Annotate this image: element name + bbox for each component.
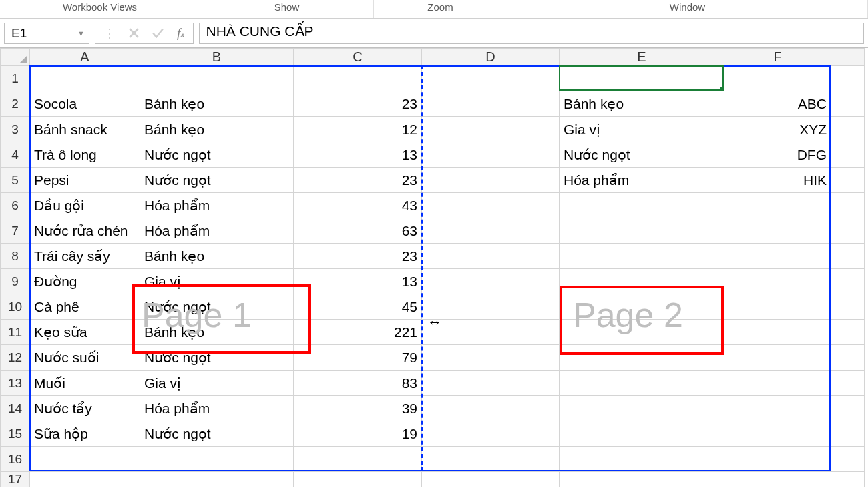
cell[interactable]: Bánh kẹo <box>140 117 294 142</box>
cell[interactable]: Bánh kẹo <box>140 320 294 345</box>
cell[interactable] <box>422 244 560 269</box>
cell[interactable]: 13 <box>294 142 422 168</box>
cell[interactable]: Đường <box>30 269 140 294</box>
col-header-A[interactable]: A <box>30 49 140 66</box>
row-header[interactable]: 8 <box>1 244 30 269</box>
cell[interactable] <box>831 472 865 487</box>
cell[interactable]: 45 <box>294 294 422 320</box>
cell[interactable] <box>422 66 560 91</box>
table-row[interactable]: 8Trái cây sấyBánh kẹo23 <box>1 244 865 269</box>
cell[interactable]: Nước ngọt <box>140 168 294 193</box>
cell[interactable]: HÃNG <box>724 66 831 91</box>
cell[interactable] <box>30 447 140 472</box>
cell[interactable] <box>140 447 294 472</box>
cell[interactable]: Trà ô long <box>30 142 140 168</box>
cell[interactable] <box>422 294 560 320</box>
cell[interactable] <box>831 244 865 269</box>
cell[interactable] <box>724 320 831 345</box>
cell[interactable]: Sữa hộp <box>30 421 140 447</box>
row-header[interactable]: 10 <box>1 294 30 320</box>
cell[interactable] <box>560 396 724 421</box>
cell[interactable] <box>724 421 831 447</box>
table-row[interactable]: 15Sữa hộpNước ngọt19 <box>1 421 865 447</box>
cell[interactable]: NHÀ CUNG CẤP <box>140 66 294 91</box>
cell[interactable] <box>422 320 560 345</box>
table-row[interactable]: 11Kẹo sữaBánh kẹo221 <box>1 320 865 345</box>
cell[interactable]: 23 <box>294 91 422 117</box>
cell[interactable]: 43 <box>294 193 422 218</box>
cell[interactable] <box>724 294 831 320</box>
cell[interactable] <box>724 193 831 218</box>
cell[interactable]: Gia vị <box>140 371 294 396</box>
cell[interactable]: 13 <box>294 269 422 294</box>
cell[interactable]: NHÀ CUNG CẤP <box>560 66 724 91</box>
cell[interactable] <box>560 218 724 244</box>
cell[interactable] <box>724 371 831 396</box>
cell[interactable] <box>831 447 865 472</box>
cell[interactable]: Bánh kẹo <box>140 91 294 117</box>
cell[interactable] <box>831 218 865 244</box>
cell[interactable]: Nước rửa chén <box>30 218 140 244</box>
table-row[interactable]: 16 <box>1 447 865 472</box>
cell[interactable]: Bánh kẹo <box>140 244 294 269</box>
row-header[interactable]: 6 <box>1 193 30 218</box>
row-header[interactable]: 7 <box>1 218 30 244</box>
cell[interactable] <box>294 447 422 472</box>
cell[interactable] <box>831 168 865 193</box>
cell[interactable] <box>831 142 865 168</box>
cell[interactable] <box>560 244 724 269</box>
cell[interactable] <box>831 269 865 294</box>
row-header[interactable]: 15 <box>1 421 30 447</box>
col-header-D[interactable]: D <box>422 49 560 66</box>
col-header-blank[interactable] <box>831 49 865 66</box>
cell[interactable] <box>294 472 422 487</box>
cell[interactable] <box>422 472 560 487</box>
cell[interactable]: 79 <box>294 345 422 371</box>
cell[interactable] <box>831 193 865 218</box>
cell[interactable] <box>422 218 560 244</box>
cell[interactable]: Hóa phẩm <box>560 168 724 193</box>
cell[interactable]: SẢN PHẨM <box>30 66 140 91</box>
cell[interactable] <box>831 345 865 371</box>
cell[interactable] <box>422 421 560 447</box>
cell[interactable] <box>831 421 865 447</box>
table-row[interactable]: 1SẢN PHẨMNHÀ CUNG CẤPSỐ LƯỢNGNHÀ CUNG CẤ… <box>1 66 865 91</box>
chevron-down-icon[interactable]: ▼ <box>77 29 85 37</box>
cell[interactable]: SỐ LƯỢNG <box>294 66 422 91</box>
cell[interactable] <box>724 218 831 244</box>
cell[interactable]: Hóa phẩm <box>140 193 294 218</box>
cell[interactable]: 221 <box>294 320 422 345</box>
cell[interactable]: 19 <box>294 421 422 447</box>
cell[interactable]: Nước ngọt <box>140 421 294 447</box>
row-header[interactable]: 16 <box>1 447 30 472</box>
cell[interactable]: Gia vị <box>560 117 724 142</box>
table-row[interactable]: 7Nước rửa chénHóa phẩm63 <box>1 218 865 244</box>
cell[interactable] <box>724 244 831 269</box>
cell[interactable]: Nước ngọt <box>140 294 294 320</box>
row-header[interactable]: 13 <box>1 371 30 396</box>
cell[interactable] <box>831 396 865 421</box>
enter-icon[interactable] <box>152 28 164 38</box>
cell[interactable] <box>724 396 831 421</box>
table-row[interactable]: 17 <box>1 472 865 487</box>
table-row[interactable]: 2SocolaBánh kẹo23Bánh kẹoABC <box>1 91 865 117</box>
cell[interactable] <box>422 345 560 371</box>
row-header[interactable]: 1 <box>1 66 30 91</box>
cell[interactable] <box>560 472 724 487</box>
cell[interactable] <box>560 193 724 218</box>
cell[interactable]: Socola <box>30 91 140 117</box>
select-all-corner[interactable] <box>1 49 30 66</box>
cell[interactable] <box>422 91 560 117</box>
col-header-E[interactable]: E <box>560 49 724 66</box>
table-row[interactable]: 9ĐườngGia vị13 <box>1 269 865 294</box>
cell[interactable] <box>724 447 831 472</box>
cell[interactable]: Nước ngọt <box>560 142 724 168</box>
cell[interactable]: Nước ngọt <box>140 142 294 168</box>
table-row[interactable]: 12Nước suốiNước ngọt79 <box>1 345 865 371</box>
table-row[interactable]: 3Bánh snackBánh kẹo12Gia vịXYZ <box>1 117 865 142</box>
cell[interactable]: Hóa phẩm <box>140 218 294 244</box>
cell[interactable]: Muối <box>30 371 140 396</box>
ribbon-group-views[interactable]: Workbook Views <box>0 0 200 18</box>
ribbon-group-window[interactable]: Window <box>507 0 868 18</box>
table-row[interactable]: 4Trà ô longNước ngọt13Nước ngọtDFG <box>1 142 865 168</box>
